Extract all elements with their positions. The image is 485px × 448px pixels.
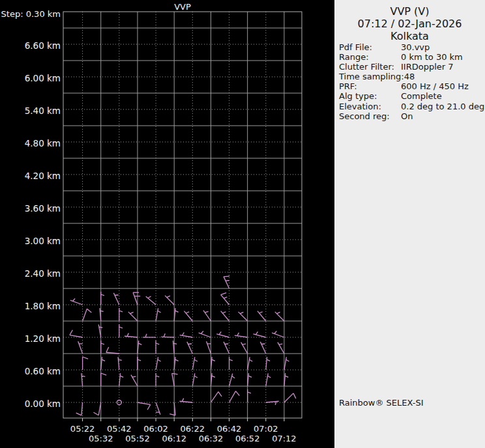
param-value: IIRDoppler 7 <box>401 62 454 72</box>
wind-barb <box>275 312 284 321</box>
wind-barb <box>272 331 284 337</box>
panel-datetime: 07:12 / 02-Jan-2026 <box>334 18 485 30</box>
y-axis-label: 0.00 km <box>0 399 61 409</box>
wind-barb <box>229 357 233 370</box>
wind-barb <box>229 374 235 386</box>
y-axis-label: 4.20 km <box>0 171 61 181</box>
panel-site: Kolkata <box>334 30 485 42</box>
param-value: 0 km to 30 km <box>401 52 463 62</box>
wind-barb <box>229 391 240 402</box>
wind-barb <box>133 292 140 305</box>
y-axis-label: 6.00 km <box>0 74 61 83</box>
param-row: Alg type:Complete <box>339 91 484 101</box>
wind-barb <box>76 402 83 415</box>
x-axis-label: 05:52 <box>123 434 153 443</box>
x-axis-label: 05:22 <box>68 424 98 434</box>
wind-barb <box>173 341 177 354</box>
wind-barb <box>199 331 211 337</box>
wind-barb <box>221 293 229 305</box>
wind-barb <box>156 373 159 386</box>
param-label: Alg type: <box>339 91 401 101</box>
wind-barb <box>260 342 265 354</box>
param-label: Second reg: <box>339 111 401 121</box>
wind-barb <box>156 402 160 415</box>
vvp-chart-plot <box>0 0 334 448</box>
param-label: PRF: <box>339 81 401 91</box>
param-value: On <box>401 111 413 121</box>
param-value: 48 <box>404 72 415 81</box>
wind-barb <box>221 311 229 321</box>
wind-barb <box>131 375 138 386</box>
param-row: Clutter Filter:IIRDoppler 7 <box>339 62 484 72</box>
wind-barb <box>248 389 251 402</box>
wind-barb <box>172 373 178 386</box>
wind-barb <box>180 332 193 337</box>
wind-barb <box>101 357 105 370</box>
wind-barb <box>248 357 253 370</box>
wind-barb <box>119 308 123 321</box>
y-axis-label: 6.60 km <box>0 41 61 51</box>
param-label: Range: <box>339 52 401 62</box>
wind-barb <box>156 341 159 354</box>
wind-barb <box>100 308 104 321</box>
wind-barb <box>174 308 178 321</box>
param-label: Time sampling: <box>339 72 404 81</box>
wind-barb <box>235 333 248 337</box>
wind-barb <box>81 373 85 386</box>
x-axis-label: 05:42 <box>104 424 134 434</box>
x-axis-label: 06:32 <box>196 434 226 443</box>
wind-barb <box>224 276 229 288</box>
wind-barb <box>138 357 141 370</box>
wind-barb <box>207 341 211 354</box>
x-axis-label: 06:12 <box>159 434 189 443</box>
wind-barb <box>192 373 198 386</box>
wind-barb <box>165 296 174 305</box>
wind-barb <box>203 311 211 321</box>
wind-barb <box>83 309 92 321</box>
wind-barb <box>192 357 198 370</box>
x-axis-label: 07:02 <box>251 424 281 434</box>
param-row: PRF:600 Hz / 450 Hz <box>339 81 484 91</box>
wind-barb <box>248 373 252 386</box>
wind-barb <box>161 333 174 337</box>
param-row: Elevation:0.2 deg to 21.0 deg <box>339 102 484 111</box>
y-axis-label: 1.80 km <box>0 301 61 311</box>
wind-barb <box>266 373 271 386</box>
wind-barb <box>184 311 192 321</box>
param-row: Time sampling:48 <box>339 72 484 81</box>
wind-barb <box>78 341 83 354</box>
param-row: Range:0 km to 30 km <box>339 52 484 62</box>
wind-barb <box>211 357 214 370</box>
wind-barb <box>93 402 100 415</box>
wind-barb <box>266 357 270 370</box>
wind-barb <box>156 357 161 370</box>
wind-barb <box>284 393 296 402</box>
radar-window: { "colors": { "background": "#000000", "… <box>0 0 485 448</box>
x-axis-label: 06:02 <box>141 424 171 434</box>
y-axis-label: 0.60 km <box>0 367 61 376</box>
wind-barb <box>239 312 248 321</box>
wind-barb <box>143 334 156 337</box>
wind-barb <box>266 401 279 405</box>
param-value: 0.2 deg to 21.0 deg <box>401 102 484 111</box>
wind-barb <box>70 298 83 305</box>
param-value: 600 Hz / 450 Hz <box>401 81 469 91</box>
wind-barb <box>118 357 122 370</box>
wind-barb <box>253 331 265 337</box>
param-label: Pdf File: <box>339 42 401 52</box>
param-row: Pdf File:30.vvp <box>339 42 484 52</box>
wind-barb <box>83 357 88 370</box>
wind-barb <box>101 292 104 305</box>
wind-barb <box>216 331 229 337</box>
wind-barb <box>257 311 266 321</box>
wind-barb <box>101 341 104 354</box>
wind-barb <box>138 402 151 410</box>
y-axis-label: 4.80 km <box>0 139 61 148</box>
vvp-chart-region: VVP Step: 0.30 km 6.60 km6.00 km5.40 km4… <box>0 0 334 448</box>
x-axis-label: 06:52 <box>233 434 263 443</box>
wind-barb <box>101 373 106 386</box>
wind-barb <box>211 392 222 402</box>
y-axis-label: 3.00 km <box>0 236 61 246</box>
wind-barb <box>128 312 138 321</box>
wind-barb <box>70 330 83 337</box>
